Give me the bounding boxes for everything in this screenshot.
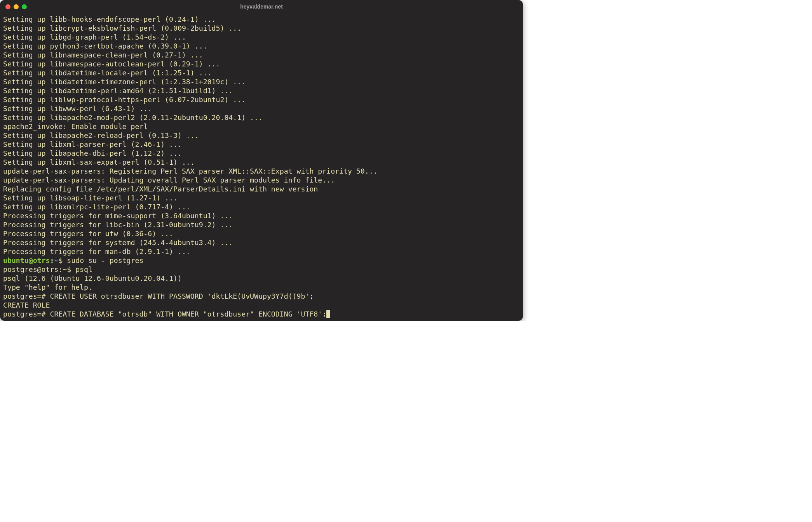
titlebar: heyvaldemar.net bbox=[0, 0, 523, 13]
output-line: Setting up libdatetime-locale-perl (1:1.… bbox=[3, 68, 520, 77]
psql-prompt: postgres=# bbox=[3, 292, 50, 300]
command-input[interactable]: psql bbox=[75, 265, 92, 273]
output-line: Processing triggers for libc-bin (2.31-0… bbox=[3, 220, 520, 229]
prompt-line: postgres=# CREATE USER otrsdbuser WITH P… bbox=[3, 292, 520, 301]
output-line: Setting up libdatetime-timezone-perl (1:… bbox=[3, 77, 520, 86]
output-line: CREATE ROLE bbox=[3, 301, 520, 310]
output-line: Setting up libapache2-mod-perl2 (2.0.11-… bbox=[3, 113, 520, 122]
output-line: Setting up libxmlrpc-lite-perl (0.717-4)… bbox=[3, 202, 520, 211]
prompt-path: ~ bbox=[54, 256, 58, 264]
prompt-user: ubuntu bbox=[3, 256, 29, 264]
command-input[interactable]: sudo su - postgres bbox=[67, 256, 143, 264]
output-line: Setting up libwww-perl (6.43-1) ... bbox=[3, 104, 520, 113]
command-input[interactable]: CREATE DATABASE "otrsdb" WITH OWNER "otr… bbox=[50, 310, 326, 318]
output-line: Setting up libb-hooks-endofscope-perl (0… bbox=[3, 15, 520, 24]
output-line: Setting up libapache-dbi-perl (1.12-2) .… bbox=[3, 149, 520, 158]
output-line: update-perl-sax-parsers: Registering Per… bbox=[3, 167, 520, 176]
output-line: Processing triggers for ufw (0.36-6) ... bbox=[3, 229, 520, 238]
cursor-icon bbox=[326, 310, 330, 318]
window-title: heyvaldemar.net bbox=[0, 3, 523, 10]
prompt-host: otrs bbox=[33, 256, 50, 264]
output-line: update-perl-sax-parsers: Updating overal… bbox=[3, 176, 520, 184]
close-icon[interactable] bbox=[5, 4, 10, 9]
output-line: Setting up libnamespace-autoclean-perl (… bbox=[3, 59, 520, 68]
output-line: Setting up python3-certbot-apache (0.39.… bbox=[3, 42, 520, 50]
psql-prompt: postgres=# bbox=[3, 310, 50, 318]
command-input[interactable]: CREATE USER otrsdbuser WITH PASSWORD 'dk… bbox=[50, 292, 314, 300]
prompt-symbol: $ bbox=[58, 256, 67, 264]
output-line: Setting up libnamespace-clean-perl (0.27… bbox=[3, 50, 520, 59]
prompt-line: postgres=# CREATE DATABASE "otrsdb" WITH… bbox=[3, 310, 520, 318]
output-line: Setting up libgd-graph-perl (1.54~ds-2) … bbox=[3, 33, 520, 42]
output-line: Setting up liblwp-protocol-https-perl (6… bbox=[3, 95, 520, 104]
output-line: Setting up libapache2-reload-perl (0.13-… bbox=[3, 131, 520, 140]
terminal-window: heyvaldemar.net Setting up libb-hooks-en… bbox=[0, 0, 523, 321]
output-line: Setting up libsoap-lite-perl (1.27-1) ..… bbox=[3, 193, 520, 202]
output-line: psql (12.6 (Ubuntu 12.6-0ubuntu0.20.04.1… bbox=[3, 274, 520, 283]
output-line: Processing triggers for mime-support (3.… bbox=[3, 211, 520, 220]
output-line: Setting up libcrypt-eksblowfish-perl (0.… bbox=[3, 24, 520, 33]
zoom-icon[interactable] bbox=[22, 4, 27, 9]
output-line: apache2_invoke: Enable module perl bbox=[3, 122, 520, 131]
prompt-at: @ bbox=[29, 256, 33, 264]
prompt-line: postgres@otrs:~$ psql bbox=[3, 265, 520, 274]
output-line: Processing triggers for systemd (245.4-4… bbox=[3, 238, 520, 247]
terminal-body[interactable]: Setting up libb-hooks-endofscope-perl (0… bbox=[0, 13, 523, 321]
prompt-line: ubuntu@otrs:~$ sudo su - postgres bbox=[3, 256, 520, 265]
output-line: Replacing config file /etc/perl/XML/SAX/… bbox=[3, 184, 520, 193]
traffic-lights bbox=[5, 4, 27, 9]
prompt-sep: : bbox=[50, 256, 54, 264]
output-line: Setting up libxml-parser-perl (2.46-1) .… bbox=[3, 140, 520, 149]
output-line: Type "help" for help. bbox=[3, 283, 520, 292]
prompt-prefix: postgres@otrs:~$ bbox=[3, 265, 75, 273]
minimize-icon[interactable] bbox=[14, 4, 19, 9]
output-line: Setting up libxml-sax-expat-perl (0.51-1… bbox=[3, 158, 520, 167]
output-line: Processing triggers for man-db (2.9.1-1)… bbox=[3, 247, 520, 256]
output-line: Setting up libdatetime-perl:amd64 (2:1.5… bbox=[3, 86, 520, 95]
